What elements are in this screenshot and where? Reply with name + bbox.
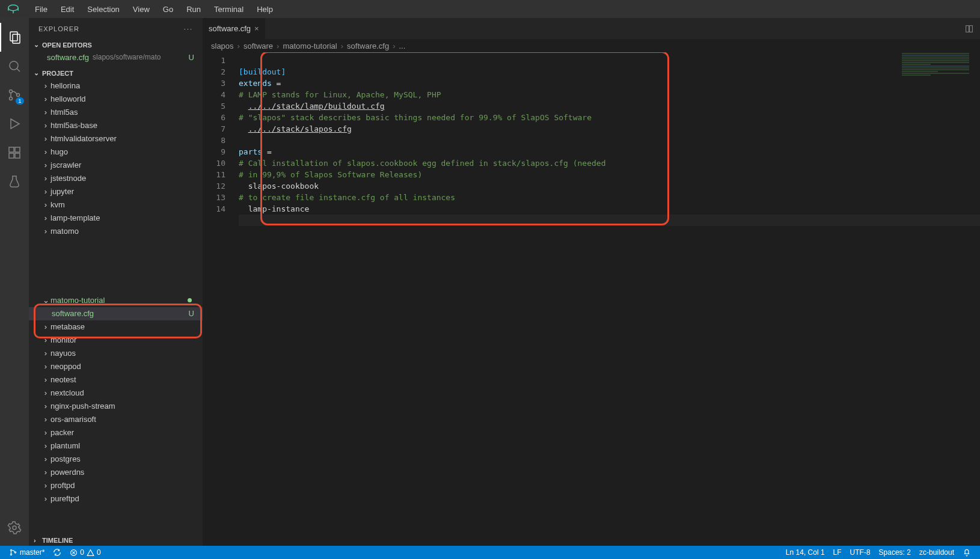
folder-matomo[interactable]: ›matomo bbox=[29, 224, 203, 237]
app-logo bbox=[5, 3, 22, 15]
run-debug-icon[interactable] bbox=[0, 109, 29, 138]
editor-area: software.cfg × slapos›software›matomo-tu… bbox=[203, 18, 980, 546]
folder-nayuos[interactable]: ›nayuos bbox=[29, 347, 203, 360]
folder-label: nextcloud bbox=[51, 388, 84, 397]
sb-bell-icon[interactable] bbox=[958, 548, 975, 557]
folder-nextcloud[interactable]: ›nextcloud bbox=[29, 386, 203, 400]
menu-selection[interactable]: Selection bbox=[81, 2, 125, 16]
file-software-cfg[interactable]: software.cfg U bbox=[29, 307, 203, 320]
folder-metabase[interactable]: ›metabase bbox=[29, 320, 203, 334]
menu-run[interactable]: Run bbox=[180, 2, 207, 16]
folder-monitor[interactable]: ›monitor bbox=[29, 334, 203, 347]
folder-jupyter[interactable]: ›jupyter bbox=[29, 185, 203, 198]
chevron-right-icon: › bbox=[41, 468, 51, 477]
timeline-header[interactable]: › TIMELINE bbox=[29, 535, 203, 546]
minimap[interactable] bbox=[899, 52, 972, 88]
sb-indent[interactable]: Spaces: 2 bbox=[875, 548, 915, 557]
sb-encoding[interactable]: UTF-8 bbox=[846, 548, 875, 557]
folder-htmlvalidatorserver[interactable]: ›htmlvalidatorserver bbox=[29, 132, 203, 145]
breadcrumb-seg[interactable]: ... bbox=[399, 41, 406, 50]
open-editors-header[interactable]: ⌄ OPEN EDITORS bbox=[29, 39, 203, 50]
code-area[interactable]: [buildout] extends = # LAMP stands for L… bbox=[233, 52, 980, 546]
close-icon[interactable]: × bbox=[254, 24, 259, 33]
folder-html5as-base[interactable]: ›html5as-base bbox=[29, 118, 203, 132]
menu-view[interactable]: View bbox=[127, 2, 156, 16]
menu-help[interactable]: Help bbox=[251, 2, 279, 16]
line-gutter: 1234567891011121314 bbox=[203, 52, 233, 546]
testing-icon[interactable] bbox=[0, 167, 29, 196]
sb-sync[interactable] bbox=[49, 548, 66, 557]
project-label: PROJECT bbox=[42, 70, 73, 77]
folder-pureftpd[interactable]: ›pureftpd bbox=[29, 492, 203, 506]
search-icon[interactable] bbox=[0, 52, 29, 81]
editor-body[interactable]: 1234567891011121314 [buildout] extends =… bbox=[203, 52, 980, 546]
breadcrumb-seg[interactable]: matomo-tutorial bbox=[283, 41, 337, 50]
folder-lamp-template[interactable]: ›lamp-template bbox=[29, 211, 203, 224]
folder-matomo-tutorial[interactable]: ⌄ matomo-tutorial bbox=[29, 294, 203, 307]
sb-lncol[interactable]: Ln 14, Col 1 bbox=[782, 548, 829, 557]
editor-tabs: software.cfg × bbox=[203, 18, 980, 39]
chevron-right-icon: › bbox=[41, 81, 51, 90]
breadcrumb[interactable]: slapos›software›matomo-tutorial›software… bbox=[203, 39, 980, 52]
svg-rect-9 bbox=[9, 153, 14, 158]
folder-postgres[interactable]: ›postgres bbox=[29, 453, 203, 466]
sidebar-title: EXPLORER bbox=[38, 25, 79, 32]
folder-label: neoppod bbox=[51, 362, 81, 371]
source-control-icon[interactable]: 1 bbox=[0, 81, 29, 109]
folder-proftpd[interactable]: ›proftpd bbox=[29, 479, 203, 492]
folder-label: lamp-template bbox=[51, 213, 100, 222]
folder-neoppod[interactable]: ›neoppod bbox=[29, 360, 203, 373]
chevron-down-icon: ⌄ bbox=[34, 41, 40, 49]
sb-branch[interactable]: master* bbox=[5, 548, 49, 557]
folder-jscrawler[interactable]: ›jscrawler bbox=[29, 158, 203, 171]
folder-helloworld[interactable]: ›helloworld bbox=[29, 92, 203, 105]
sb-eol[interactable]: LF bbox=[829, 548, 846, 557]
project-header[interactable]: ⌄ PROJECT bbox=[29, 67, 203, 79]
folder-ors-amarisoft[interactable]: ›ors-amarisoft bbox=[29, 413, 203, 426]
folder-label: kvm bbox=[51, 200, 65, 209]
folder-hellorina[interactable]: ›hellorina bbox=[29, 79, 203, 92]
folder-plantuml[interactable]: ›plantuml bbox=[29, 439, 203, 453]
menu-edit[interactable]: Edit bbox=[55, 2, 80, 16]
chevron-right-icon: › bbox=[34, 537, 40, 544]
settings-gear-icon[interactable] bbox=[0, 513, 29, 542]
explorer-icon[interactable] bbox=[0, 23, 29, 52]
activity-bar: 1 bbox=[0, 18, 29, 546]
chevron-down-icon: ⌄ bbox=[41, 296, 51, 305]
folder-jstestnode[interactable]: ›jstestnode bbox=[29, 171, 203, 185]
more-icon[interactable]: ··· bbox=[184, 25, 193, 32]
chevron-right-icon: › bbox=[41, 174, 51, 183]
folder-powerdns[interactable]: ›powerdns bbox=[29, 466, 203, 479]
chevron-right-icon: › bbox=[41, 200, 51, 209]
sb-language[interactable]: zc-buildout bbox=[915, 548, 958, 557]
tab-software-cfg[interactable]: software.cfg × bbox=[203, 18, 266, 39]
chevron-right-icon: › bbox=[41, 108, 51, 117]
folder-html5as[interactable]: ›html5as bbox=[29, 105, 203, 118]
breadcrumb-seg[interactable]: software bbox=[243, 41, 273, 50]
breadcrumb-seg[interactable]: software.cfg bbox=[347, 41, 389, 50]
breadcrumb-seg[interactable]: slapos bbox=[211, 41, 234, 50]
folder-hugo[interactable]: ›hugo bbox=[29, 145, 203, 158]
svg-rect-7 bbox=[9, 147, 14, 152]
chevron-right-icon: › bbox=[41, 388, 51, 397]
menu-go[interactable]: Go bbox=[157, 2, 179, 16]
folder-nginx-push-stream[interactable]: ›nginx-push-stream bbox=[29, 400, 203, 413]
folder-kvm[interactable]: ›kvm bbox=[29, 198, 203, 211]
folder-packer[interactable]: ›packer bbox=[29, 426, 203, 439]
svg-rect-8 bbox=[15, 147, 20, 152]
menu-file[interactable]: File bbox=[29, 2, 54, 16]
menu-terminal[interactable]: Terminal bbox=[208, 2, 250, 16]
folder-neotest[interactable]: ›neotest bbox=[29, 373, 203, 386]
tab-actions[interactable] bbox=[958, 18, 980, 39]
open-editor-item[interactable]: software.cfg slapos/software/mato U bbox=[29, 50, 203, 64]
folder-label: proftpd bbox=[51, 481, 75, 490]
extensions-icon[interactable] bbox=[0, 138, 29, 167]
menu-bar: FileEditSelectionViewGoRunTerminalHelp bbox=[29, 2, 279, 16]
chevron-right-icon: › bbox=[41, 362, 51, 371]
svg-rect-12 bbox=[966, 25, 969, 32]
sb-problems[interactable]: 0 0 bbox=[66, 548, 105, 557]
folder-label: htmlvalidatorserver bbox=[51, 134, 117, 143]
folder-label: matomo bbox=[51, 227, 79, 236]
chevron-right-icon: › bbox=[41, 428, 51, 437]
folder-label: ors-amarisoft bbox=[51, 415, 96, 424]
